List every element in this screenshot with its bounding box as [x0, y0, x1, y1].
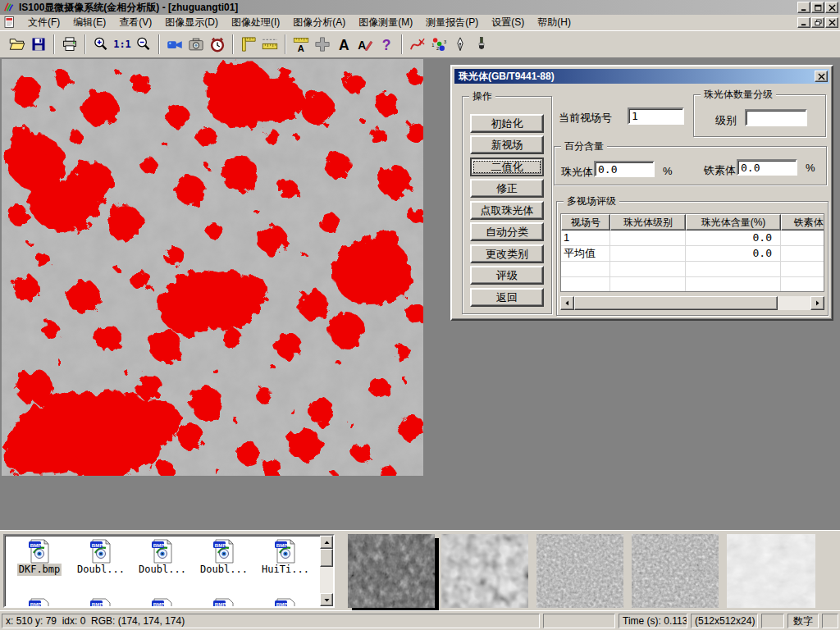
thumbnail-1[interactable]	[348, 534, 435, 608]
file-name[interactable]: DKF.bmp	[17, 564, 62, 576]
measure-text-icon: A	[293, 36, 309, 52]
actual-size-button[interactable]: 1:1	[112, 34, 133, 55]
bmp-file-icon[interactable]: BMP	[151, 598, 174, 608]
header-pearlite-content: 珠光体含量(%)	[686, 214, 781, 231]
table-row-empty[interactable]	[561, 277, 824, 292]
caliper-measure-button[interactable]	[238, 34, 259, 55]
pearlite-percent-input[interactable]	[594, 161, 655, 177]
menu-file[interactable]: 文件(F)	[21, 14, 66, 31]
file-item[interactable]: BMP DKF.bmp	[10, 539, 69, 576]
menu-edit[interactable]: 编辑(E)	[66, 14, 112, 31]
new-field-button[interactable]: 新视场	[470, 135, 544, 154]
file-name[interactable]: HuiTi...	[260, 564, 311, 576]
mdi-restore-icon	[815, 19, 822, 26]
ruler-measure-button[interactable]	[259, 34, 281, 55]
rate-button[interactable]: 评级	[470, 266, 544, 285]
text-label-button[interactable]: A	[333, 34, 354, 55]
menu-image-display[interactable]: 图像显示(D)	[158, 14, 225, 31]
brush-tool-button[interactable]	[471, 34, 492, 55]
snapshot-button[interactable]	[185, 34, 207, 55]
file-name[interactable]: Doubl...	[199, 564, 249, 576]
correct-button[interactable]: 修正	[470, 179, 544, 198]
menu-measure-report[interactable]: 测量报告(P)	[419, 14, 485, 31]
zoom-in-button[interactable]	[90, 34, 112, 55]
scroll-down-button[interactable]	[320, 593, 333, 606]
save-button[interactable]	[28, 34, 49, 55]
menu-image-processing[interactable]: 图像处理(I)	[225, 14, 286, 31]
help-button[interactable]: ?	[376, 34, 397, 55]
image-merge-button[interactable]	[312, 34, 333, 55]
svg-text:3: 3	[444, 39, 446, 44]
table-row[interactable]: 平均值 0.0	[561, 246, 824, 262]
change-category-button[interactable]: 更改类别	[470, 244, 544, 263]
curve-tool-button[interactable]	[407, 34, 428, 55]
scrollbar-thumb[interactable]	[320, 549, 333, 567]
edit-annotation-button[interactable]: A	[354, 34, 376, 55]
table-horizontal-scrollbar[interactable]	[560, 296, 824, 310]
mdi-close-button[interactable]	[825, 17, 838, 28]
level-input[interactable]	[745, 109, 807, 126]
pen-tool-button[interactable]	[450, 34, 471, 55]
toolbar-separator	[84, 34, 86, 54]
video-camera-icon	[167, 36, 183, 52]
open-button[interactable]	[7, 34, 28, 55]
zoom-out-button[interactable]	[133, 34, 154, 55]
scrollbar-thumb[interactable]	[574, 296, 778, 310]
menu-image-analysis[interactable]: 图像分析(A)	[286, 14, 352, 31]
file-name[interactable]: Doubl...	[75, 564, 126, 576]
thumbnail-5[interactable]	[727, 534, 815, 608]
bmp-file-icon[interactable]: BMP	[89, 598, 112, 608]
menu-image-measure[interactable]: 图像测量(M)	[352, 14, 419, 31]
toolbar: 1:1 A A A ? 123	[0, 30, 840, 57]
table-row[interactable]: 1 0.0	[561, 231, 824, 246]
measure-label-button[interactable]: A	[290, 34, 312, 55]
thumbnail-4[interactable]	[632, 534, 719, 608]
close-button[interactable]	[825, 2, 838, 13]
header-ferrite-content: 铁素体含量(%)	[781, 214, 824, 231]
scroll-left-button[interactable]	[560, 296, 574, 310]
video-capture-button[interactable]	[164, 34, 185, 55]
toolbar-separator	[158, 34, 160, 54]
file-item[interactable]: BMP Doubl...	[71, 539, 130, 576]
bmp-file-icon[interactable]: BMP	[274, 598, 297, 608]
dialog-close-button[interactable]	[815, 71, 828, 82]
mdi-restore-button[interactable]	[811, 17, 824, 28]
pick-pearlite-button[interactable]: 点取珠光体	[470, 201, 544, 220]
classify-dots-button[interactable]: 123	[428, 34, 450, 55]
file-item[interactable]: BMP Doubl...	[194, 539, 253, 576]
binarize-button[interactable]: 二值化	[470, 158, 544, 176]
dialog-title-bar[interactable]: 珠光体(GB/T9441-88)	[454, 69, 829, 84]
micrograph-image[interactable]	[2, 59, 423, 476]
menu-help[interactable]: 帮助(H)	[531, 14, 578, 31]
scroll-up-button[interactable]	[320, 536, 333, 549]
maximize-button[interactable]	[811, 2, 824, 13]
thumbnail-2[interactable]	[441, 534, 528, 608]
file-item[interactable]: BMP HuiTi...	[256, 539, 315, 576]
bmp-file-icon[interactable]: BMP	[212, 598, 235, 608]
auto-classify-button[interactable]: 自动分类	[470, 222, 544, 241]
svg-text:BMP: BMP	[92, 601, 103, 607]
toolbar-separator	[232, 34, 234, 54]
current-field-input[interactable]	[628, 107, 684, 125]
file-list-scrollbar[interactable]	[320, 536, 333, 606]
ferrite-percent-input[interactable]	[737, 159, 797, 176]
actual-size-label: 1:1	[113, 39, 131, 50]
file-item[interactable]: BMP Doubl...	[133, 539, 192, 576]
print-button[interactable]	[59, 34, 80, 55]
table-row-empty[interactable]	[561, 262, 824, 277]
document-system-menu-icon[interactable]	[3, 16, 16, 29]
file-name[interactable]: Doubl...	[137, 564, 188, 576]
menu-view[interactable]: 查看(V)	[112, 14, 158, 31]
menu-bar: 文件(F) 编辑(E) 查看(V) 图像显示(D) 图像处理(I) 图像分析(A…	[0, 15, 840, 30]
initialize-button[interactable]: 初始化	[470, 114, 544, 133]
mdi-minimize-button[interactable]	[797, 17, 810, 28]
menu-settings[interactable]: 设置(S)	[485, 14, 531, 31]
timer-button[interactable]	[207, 34, 228, 55]
status-cursor-info: x: 510 y: 79 idx: 0 RGB: (174, 174, 174)	[2, 614, 540, 628]
scroll-right-button[interactable]	[810, 296, 824, 310]
bmp-file-icon[interactable]: BMP	[28, 598, 51, 608]
return-button[interactable]: 返回	[470, 288, 544, 307]
brush-icon	[473, 36, 490, 52]
thumbnail-3[interactable]	[536, 534, 623, 608]
minimize-button[interactable]	[797, 2, 810, 13]
